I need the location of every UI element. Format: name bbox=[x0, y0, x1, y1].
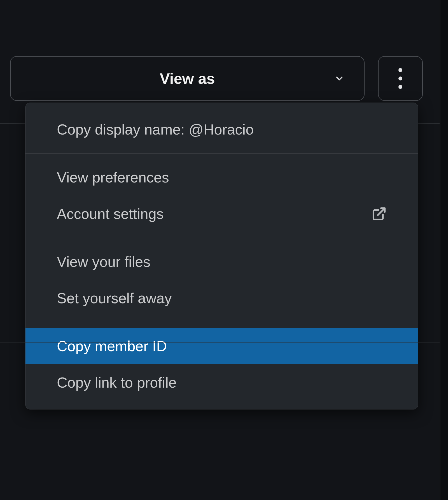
menu-item-copy-link-to-profile[interactable]: Copy link to profile bbox=[25, 364, 418, 401]
chevron-down-icon bbox=[334, 73, 344, 84]
more-vertical-icon bbox=[398, 68, 402, 89]
menu-item-label: View preferences bbox=[57, 169, 169, 186]
menu-item-copy-member-id[interactable]: Copy member ID bbox=[25, 328, 418, 364]
profile-panel: View as Copy display name: @Horacio View… bbox=[0, 0, 440, 500]
right-rail bbox=[441, 0, 448, 500]
svg-line-0 bbox=[378, 208, 385, 215]
profile-toolbar: View as bbox=[10, 56, 423, 101]
view-as-label: View as bbox=[160, 70, 215, 87]
menu-item-label: Copy display name: @Horacio bbox=[57, 121, 254, 138]
menu-divider bbox=[25, 238, 418, 238]
menu-item-view-your-files[interactable]: View your files bbox=[25, 244, 418, 280]
menu-item-label: Copy member ID bbox=[57, 338, 167, 355]
external-link-icon bbox=[372, 206, 387, 221]
menu-item-view-preferences[interactable]: View preferences bbox=[25, 159, 418, 196]
menu-item-set-yourself-away[interactable]: Set yourself away bbox=[25, 280, 418, 316]
more-actions-button[interactable] bbox=[378, 56, 423, 101]
menu-item-label: Set yourself away bbox=[57, 290, 172, 307]
more-actions-menu: Copy display name: @Horacio View prefere… bbox=[25, 103, 418, 409]
menu-item-label: Copy link to profile bbox=[57, 374, 177, 391]
menu-item-account-settings[interactable]: Account settings bbox=[25, 196, 418, 232]
menu-item-copy-display-name[interactable]: Copy display name: @Horacio bbox=[25, 111, 418, 148]
view-as-button[interactable]: View as bbox=[10, 56, 365, 101]
menu-item-label: Account settings bbox=[57, 205, 164, 222]
menu-divider bbox=[25, 153, 418, 154]
menu-divider bbox=[25, 322, 418, 322]
menu-item-label: View your files bbox=[57, 253, 150, 270]
